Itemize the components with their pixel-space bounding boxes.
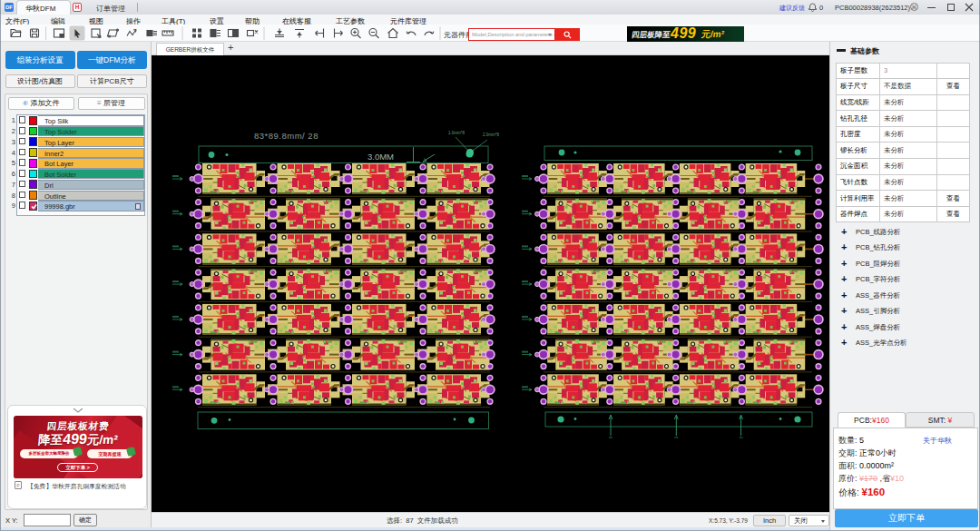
svg-text:83*89.8mm/ 28: 83*89.8mm/ 28 [254, 131, 318, 141]
svg-text:2.0mm*8: 2.0mm*8 [483, 133, 500, 137]
svg-text:1.0mm*8: 1.0mm*8 [448, 131, 466, 135]
svg-text:3.0MM: 3.0MM [368, 152, 394, 162]
